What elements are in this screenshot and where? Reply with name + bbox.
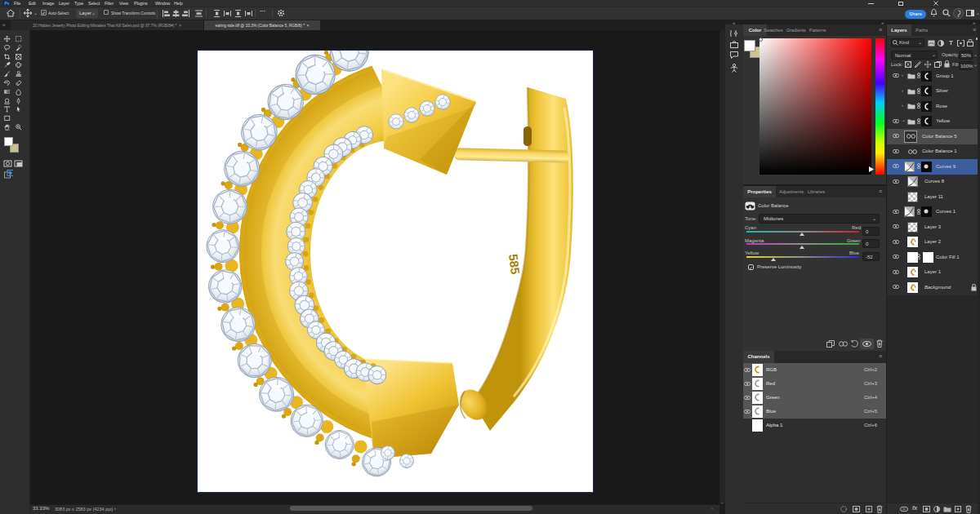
svg-text:585: 585 bbox=[506, 253, 523, 275]
